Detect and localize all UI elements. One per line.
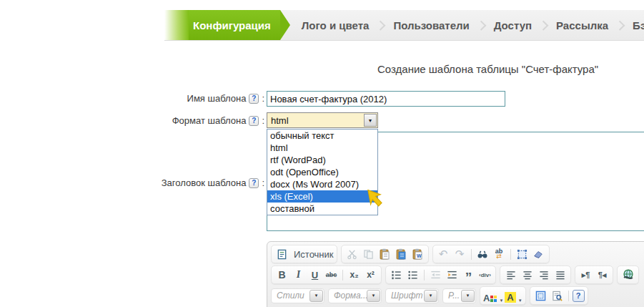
paste-from-word-button[interactable]: W bbox=[410, 247, 425, 261]
copy-icon bbox=[363, 249, 374, 260]
combo-arrow-icon[interactable]: ▼ bbox=[309, 290, 323, 302]
combo-arrow-icon[interactable]: ▼ bbox=[424, 290, 437, 302]
tab-users[interactable]: Пользователи bbox=[386, 10, 476, 40]
subscript-button[interactable]: x₂ bbox=[347, 268, 362, 282]
dropdown-option[interactable]: составной bbox=[267, 203, 377, 215]
maximize-icon bbox=[535, 291, 546, 301]
format-combo[interactable]: Форма... ▼ bbox=[328, 288, 382, 303]
replace-button[interactable]: ab ⇄ bbox=[492, 247, 507, 261]
toolbar-row-1: Источник bbox=[271, 245, 644, 263]
chevron-separator-icon bbox=[476, 21, 486, 31]
format-field-label: Формат шаблона ? : bbox=[122, 115, 264, 126]
caret-down-icon: ▼ bbox=[518, 298, 522, 303]
combo-arrow-icon[interactable]: ▼ bbox=[367, 290, 380, 302]
paste-text-button[interactable] bbox=[394, 247, 409, 261]
maximize-button[interactable] bbox=[533, 288, 548, 303]
inactive-tabs: Лого и цвета Пользователи Доступ Рассылк… bbox=[290, 10, 644, 40]
size-combo[interactable]: Р... ▼ bbox=[442, 288, 476, 303]
italic-button[interactable]: I bbox=[291, 268, 306, 282]
about-button[interactable]: ? bbox=[573, 290, 585, 302]
template-name-input[interactable] bbox=[267, 91, 505, 107]
toolbar-separator bbox=[342, 270, 343, 281]
div-container-button[interactable]: ‹div› bbox=[477, 268, 492, 282]
dropdown-option[interactable]: rtf (WordPad) bbox=[267, 154, 377, 166]
align-center-icon bbox=[522, 271, 532, 280]
paste-button[interactable] bbox=[377, 247, 392, 261]
text-direction-rtl-button[interactable]: ¶◂ bbox=[595, 268, 610, 282]
select-all-button[interactable] bbox=[515, 247, 530, 261]
bold-button[interactable]: B bbox=[274, 268, 289, 282]
bulleted-list-button[interactable] bbox=[405, 268, 420, 282]
svg-text:W: W bbox=[417, 253, 422, 258]
dropdown-option[interactable]: odt (OpenOffice) bbox=[267, 166, 377, 178]
top-tab-bar: Конфигурация Лого и цвета Пользователи Д… bbox=[164, 10, 644, 41]
text-color-letter: A bbox=[483, 293, 490, 303]
select-dropdown-arrow-icon[interactable]: ▼ bbox=[364, 114, 377, 127]
source-button-label[interactable]: Источник bbox=[294, 249, 334, 260]
rich-text-editor-toolbar: Источник bbox=[267, 241, 644, 307]
help-icon[interactable]: ? bbox=[249, 94, 259, 104]
toolbar-separator bbox=[510, 249, 511, 260]
select-all-icon bbox=[517, 249, 527, 260]
remove-format-button[interactable] bbox=[531, 247, 546, 261]
active-tab-label: Конфигурация bbox=[189, 10, 280, 40]
page-title: Создание шаблона таблицы "Счет-фактура" bbox=[377, 63, 598, 75]
caret-down-icon: ▼ bbox=[499, 298, 503, 303]
indent-icon bbox=[447, 270, 457, 280]
toolbar-separator bbox=[568, 291, 569, 301]
tab-logo-colors[interactable]: Лого и цвета bbox=[294, 10, 377, 40]
undo-button[interactable]: ↶ bbox=[436, 247, 451, 261]
underline-button[interactable]: U bbox=[307, 268, 322, 282]
justify-icon bbox=[555, 271, 565, 280]
text-direction-ltr-button[interactable]: ▸¶ bbox=[578, 268, 593, 282]
copy-button[interactable] bbox=[361, 247, 376, 261]
text-color-button[interactable]: A ▼ bbox=[483, 288, 503, 303]
dropdown-option[interactable]: html bbox=[267, 142, 377, 154]
toolbar-separator bbox=[471, 249, 472, 260]
spellcheck-button[interactable] bbox=[620, 268, 635, 282]
format-dropdown-list: обычный текст html rtf (WordPad) odt (Op… bbox=[267, 129, 378, 215]
name-field-label: Имя шаблона ? : bbox=[122, 93, 264, 104]
source-doc-icon bbox=[277, 249, 287, 260]
font-combo[interactable]: Шрифт ▼ bbox=[385, 288, 439, 303]
help-icon[interactable]: ? bbox=[249, 178, 259, 188]
blockquote-button[interactable]: ” bbox=[461, 268, 476, 282]
indent-button[interactable] bbox=[445, 268, 460, 282]
tab-access[interactable]: Доступ bbox=[487, 10, 539, 40]
tab-backup[interactable]: Бэкап bbox=[625, 10, 644, 40]
background-color-button[interactable]: A ▼ bbox=[505, 288, 522, 303]
globe-icon bbox=[622, 269, 635, 281]
align-left-icon bbox=[506, 271, 516, 280]
tab-mailing[interactable]: Рассылка bbox=[549, 10, 615, 40]
align-center-button[interactable] bbox=[520, 268, 535, 282]
clipboard-text-icon bbox=[395, 248, 407, 260]
toolbar-separator bbox=[424, 270, 425, 281]
toolbar-row-2: B I U abc x₂ x² bbox=[271, 265, 644, 284]
find-button[interactable] bbox=[475, 247, 490, 261]
chevron-separator-icon bbox=[615, 21, 625, 31]
show-blocks-button[interactable] bbox=[550, 288, 565, 303]
dropdown-option[interactable]: обычный текст bbox=[267, 130, 377, 142]
styles-combo[interactable]: Стили ▼ bbox=[271, 288, 325, 303]
page: Конфигурация Лого и цвета Пользователи Д… bbox=[0, 0, 644, 307]
outdent-button[interactable] bbox=[428, 268, 443, 282]
template-format-select[interactable]: html ▼ bbox=[267, 112, 378, 128]
dropdown-option-highlighted[interactable]: xls (Excel) bbox=[267, 190, 377, 203]
active-tab-fade bbox=[164, 10, 189, 40]
clipboard-word-icon: W bbox=[412, 248, 423, 260]
superscript-button[interactable]: x² bbox=[363, 268, 378, 282]
scissors-icon bbox=[347, 249, 357, 260]
help-icon[interactable]: ? bbox=[249, 116, 259, 126]
strikethrough-button[interactable]: abc bbox=[324, 268, 339, 282]
combo-arrow-icon[interactable]: ▼ bbox=[461, 290, 475, 302]
align-right-button[interactable] bbox=[536, 268, 551, 282]
numbered-list-button[interactable] bbox=[389, 268, 404, 282]
dropdown-option[interactable]: docx (Ms Word 2007) bbox=[267, 178, 377, 190]
tab-configuration[interactable]: Конфигурация bbox=[164, 10, 290, 40]
redo-button[interactable]: ↷ bbox=[452, 247, 467, 261]
source-button[interactable] bbox=[274, 247, 289, 261]
align-left-button[interactable] bbox=[503, 268, 518, 282]
cut-button[interactable] bbox=[345, 247, 360, 261]
justify-button[interactable] bbox=[553, 268, 568, 282]
chevron-separator-icon bbox=[538, 21, 548, 31]
